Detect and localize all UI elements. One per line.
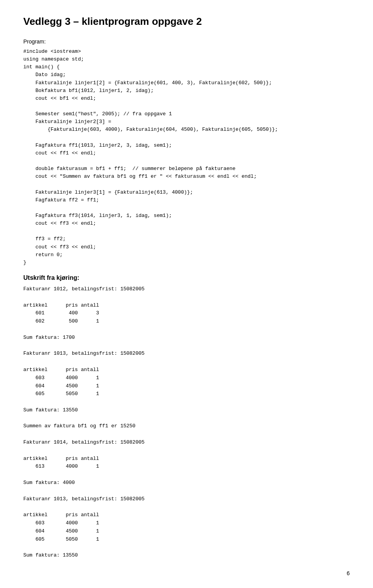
program-label: Program:: [23, 38, 350, 45]
page-title: Vedlegg 3 – klientprogram oppgave 2: [23, 16, 350, 28]
output-block: Fakturanr 1012, betalingsfrist: 15082005…: [23, 285, 350, 560]
code-block: #include <iostream> using namespace std;…: [23, 48, 350, 267]
output-heading: Utskrift fra kjøring:: [23, 274, 350, 281]
page-number: 6: [347, 570, 350, 576]
